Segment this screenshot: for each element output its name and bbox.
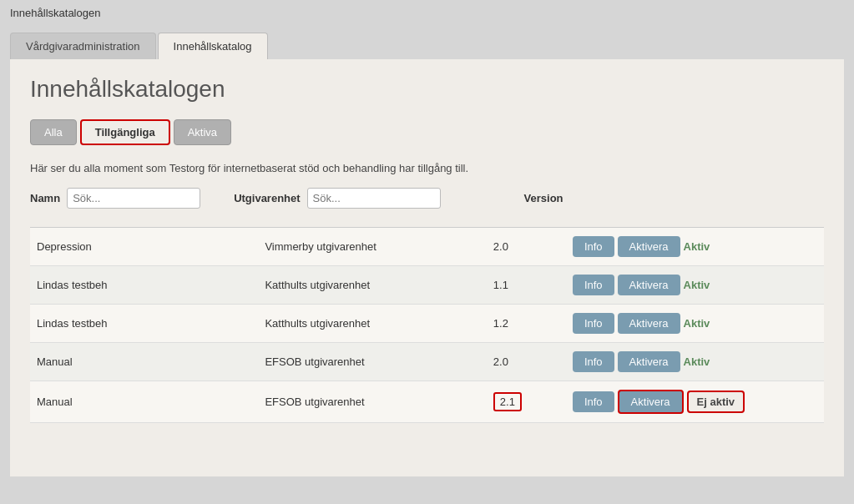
info-button[interactable]: Info [573, 313, 614, 334]
tab-bar: Vårdgivaradministration Innehållskatalog [0, 26, 854, 59]
cell-version: 2.0 [487, 228, 566, 266]
filter-tab-tillgangliga[interactable]: Tillgängliga [80, 119, 170, 145]
publisher-label: Utgivarenhet [234, 192, 300, 204]
content-area: Innehållskatalogen Alla Tillgängliga Akt… [10, 59, 844, 476]
info-button[interactable]: Info [573, 351, 614, 372]
cell-name: Lindas testbeh [30, 305, 258, 343]
cell-actions: InfoAktiveraEj aktiv [566, 381, 824, 423]
publisher-search-group: Utgivarenhet [234, 188, 440, 209]
search-row: Namn Utgivarenhet Version [30, 188, 824, 209]
table-row: Lindas testbehKatthults utgivarenhet1.2I… [30, 305, 824, 343]
aktivera-button[interactable]: Aktivera [618, 313, 680, 334]
cell-publisher: Katthults utgivarenhet [258, 266, 486, 305]
name-search-input[interactable] [67, 188, 200, 209]
header-title: Innehållskatalogen [10, 7, 100, 19]
aktivera-button[interactable]: Aktivera [618, 351, 680, 372]
tab-vardgivaradministration[interactable]: Vårdgivaradministration [10, 33, 156, 59]
cell-name: Lindas testbeh [30, 266, 258, 305]
aktivera-button[interactable]: Aktivera [618, 390, 684, 414]
cell-version: 2.1 [487, 381, 566, 423]
table-row: Lindas testbehKatthults utgivarenhet1.1I… [30, 266, 824, 305]
info-button[interactable]: Info [573, 391, 614, 412]
cell-name: Depression [30, 228, 258, 266]
cell-publisher: EFSOB utgivarenhet [258, 343, 486, 381]
aktiv-link[interactable]: Aktiv [684, 317, 710, 330]
filter-tab-aktiva[interactable]: Aktiva [174, 119, 231, 145]
table-row: DepressionVimmerby utgivarenhet2.0InfoAk… [30, 228, 824, 266]
page-header: Innehållskatalogen [0, 0, 854, 26]
table-row: ManualEFSOB utgivarenhet2.0InfoAktiveraA… [30, 343, 824, 381]
filter-tabs: Alla Tillgängliga Aktiva [30, 119, 824, 145]
name-label: Namn [30, 192, 60, 204]
aktivera-button[interactable]: Aktivera [618, 236, 680, 257]
cell-name: Manual [30, 343, 258, 381]
version-label: Version [524, 192, 563, 204]
table-header-row [30, 217, 824, 228]
content-table: DepressionVimmerby utgivarenhet2.0InfoAk… [30, 217, 824, 423]
cell-publisher: Vimmerby utgivarenhet [258, 228, 486, 266]
aktiv-link[interactable]: Aktiv [684, 279, 710, 291]
col-header-name [30, 217, 258, 228]
cell-version: 1.1 [487, 266, 566, 305]
cell-actions: InfoAktiveraAktiv [566, 266, 824, 305]
aktiv-link[interactable]: Aktiv [684, 355, 710, 368]
filter-tab-alla[interactable]: Alla [30, 119, 77, 145]
cell-actions: InfoAktiveraAktiv [566, 228, 824, 266]
cell-actions: InfoAktiveraAktiv [566, 343, 824, 381]
cell-actions: InfoAktiveraAktiv [566, 305, 824, 343]
cell-publisher: EFSOB utgivarenhet [258, 381, 486, 423]
tab-innehallskatalog[interactable]: Innehållskatalog [158, 33, 268, 59]
cell-name: Manual [30, 381, 258, 423]
cell-publisher: Katthults utgivarenhet [258, 305, 486, 343]
col-header-version [487, 217, 566, 228]
publisher-search-input[interactable] [307, 188, 441, 209]
aktivera-button[interactable]: Aktivera [618, 275, 680, 295]
description-text: Här ser du alla moment som Testorg för i… [30, 162, 824, 174]
cell-version: 2.0 [487, 343, 566, 381]
info-button[interactable]: Info [573, 275, 614, 295]
table-row: ManualEFSOB utgivarenhet2.1InfoAktiveraE… [30, 381, 824, 423]
ej-aktiv-label: Ej aktiv [687, 391, 745, 413]
col-header-publisher [258, 217, 486, 228]
col-header-actions [566, 217, 824, 228]
page-title: Innehållskatalogen [30, 76, 824, 103]
aktiv-link[interactable]: Aktiv [684, 240, 710, 253]
name-search-group: Namn [30, 188, 200, 209]
cell-version: 1.2 [487, 305, 566, 343]
info-button[interactable]: Info [573, 236, 614, 257]
